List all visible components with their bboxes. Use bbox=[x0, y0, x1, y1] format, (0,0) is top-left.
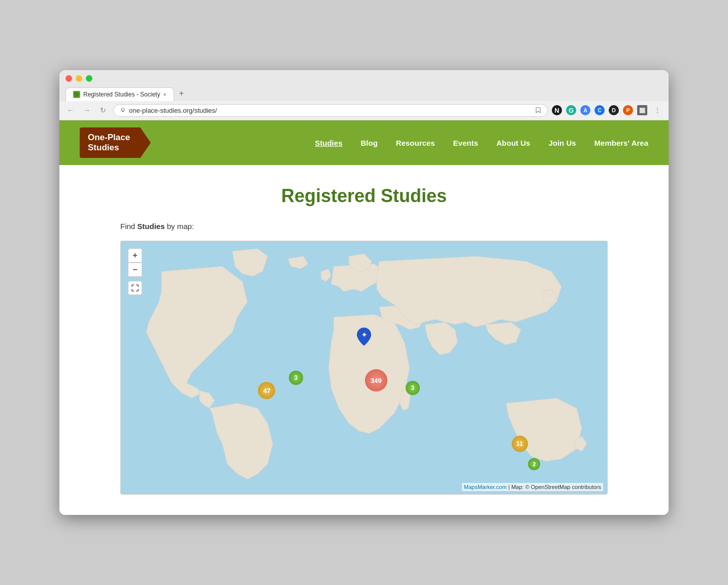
nav-studies[interactable]: Studies bbox=[315, 139, 342, 147]
find-studies-text: Find Studies by map: bbox=[120, 222, 608, 231]
logo-line2: Studies bbox=[88, 143, 136, 153]
page-title: Registered Studies bbox=[120, 185, 608, 207]
main-content: Registered Studies Find Studies by map: bbox=[59, 165, 669, 515]
nav-links: Studies Blog Resources Events About Us J… bbox=[315, 139, 648, 147]
nav-blog[interactable]: Blog bbox=[360, 139, 377, 147]
close-button[interactable] bbox=[65, 75, 72, 82]
pin-marker[interactable]: ✦ bbox=[357, 328, 371, 348]
find-bold: Studies bbox=[137, 222, 164, 231]
minimize-button[interactable] bbox=[76, 75, 82, 82]
url-text: one-place-studies.org/studies/ bbox=[129, 107, 532, 114]
cluster-47[interactable]: 47 bbox=[258, 382, 275, 399]
nav-events[interactable]: Events bbox=[453, 139, 478, 147]
cluster-count: 349 bbox=[371, 377, 382, 384]
traffic-lights bbox=[65, 75, 663, 82]
tab-bar: Registered Studies - Society × + bbox=[65, 86, 663, 101]
map-container[interactable]: + − ✦ bbox=[120, 241, 608, 495]
map-controls: + − bbox=[128, 248, 142, 295]
fullscreen-button[interactable] bbox=[128, 281, 142, 295]
browser-window: Registered Studies - Society × + ← → ↻ o… bbox=[59, 70, 669, 515]
ssl-icon bbox=[120, 107, 126, 113]
tab-title: Registered Studies - Society bbox=[83, 91, 160, 98]
browser-chrome: Registered Studies - Society × + bbox=[59, 70, 669, 101]
ext-dark[interactable]: D bbox=[609, 105, 619, 115]
ext-ext[interactable]: ⬜ bbox=[637, 105, 647, 115]
new-tab-button[interactable]: + bbox=[174, 86, 189, 101]
tab-favicon bbox=[73, 91, 80, 98]
pin-icon: ✦ bbox=[357, 328, 371, 346]
site-navigation: One-Place Studies Studies Blog Resources… bbox=[59, 120, 669, 166]
forward-button[interactable]: → bbox=[81, 104, 93, 116]
active-tab[interactable]: Registered Studies - Society × bbox=[65, 87, 174, 101]
cluster-count: 3 bbox=[411, 384, 414, 392]
ext-notion[interactable]: N bbox=[552, 105, 562, 115]
nav-members[interactable]: Members' Area bbox=[594, 139, 648, 147]
cluster-2[interactable]: 2 bbox=[528, 458, 540, 470]
address-bar[interactable]: one-place-studies.org/studies/ bbox=[113, 104, 548, 117]
svg-text:✦: ✦ bbox=[361, 331, 367, 339]
cluster-11[interactable]: 11 bbox=[512, 436, 528, 452]
ext-translate[interactable]: A bbox=[580, 105, 590, 115]
map-attribution: MapsMarker.com | Map: © OpenStreetMap co… bbox=[462, 483, 603, 491]
zoom-out-button[interactable]: − bbox=[128, 263, 142, 277]
cluster-count: 3 bbox=[294, 374, 298, 381]
world-map-svg bbox=[121, 241, 607, 494]
fullscreen-icon bbox=[131, 284, 139, 291]
svg-rect-2 bbox=[122, 111, 124, 112]
cluster-3-na[interactable]: 3 bbox=[289, 371, 303, 385]
osm-credit: Map: © OpenStreetMap contributors bbox=[511, 484, 601, 490]
cluster-349[interactable]: 349 bbox=[365, 369, 387, 392]
find-suffix: by map: bbox=[165, 222, 194, 231]
logo-line1: One-Place bbox=[88, 133, 136, 143]
ext-chrome[interactable]: C bbox=[594, 105, 605, 115]
zoom-in-button[interactable]: + bbox=[128, 248, 142, 263]
find-prefix: Find bbox=[120, 222, 137, 231]
nav-join[interactable]: Join Us bbox=[548, 139, 576, 147]
maps-marker-link[interactable]: MapsMarker.com bbox=[464, 484, 507, 490]
ext-grammarly[interactable]: G bbox=[566, 105, 576, 115]
site-logo[interactable]: One-Place Studies bbox=[80, 127, 151, 158]
address-bar-row: ← → ↻ one-place-studies.org/studies/ N G… bbox=[59, 101, 669, 120]
cluster-count: 11 bbox=[516, 440, 523, 447]
cluster-count: 47 bbox=[263, 387, 270, 395]
menu-button[interactable]: ⋮ bbox=[651, 104, 664, 116]
browser-extensions: N G A C D P ⬜ bbox=[552, 105, 647, 115]
bookmark-icon[interactable] bbox=[535, 107, 541, 113]
ext-pocket[interactable]: P bbox=[623, 105, 633, 115]
svg-marker-3 bbox=[536, 108, 540, 113]
svg-marker-0 bbox=[74, 92, 79, 97]
maximize-button[interactable] bbox=[86, 75, 92, 82]
nav-about[interactable]: About Us bbox=[497, 139, 531, 147]
cluster-3-med[interactable]: 3 bbox=[406, 381, 420, 395]
reload-button[interactable]: ↻ bbox=[97, 104, 109, 116]
website: One-Place Studies Studies Blog Resources… bbox=[59, 120, 669, 515]
nav-resources[interactable]: Resources bbox=[396, 139, 435, 147]
cluster-count: 2 bbox=[533, 461, 536, 467]
back-button[interactable]: ← bbox=[64, 104, 77, 116]
tab-close-icon[interactable]: × bbox=[163, 91, 166, 98]
